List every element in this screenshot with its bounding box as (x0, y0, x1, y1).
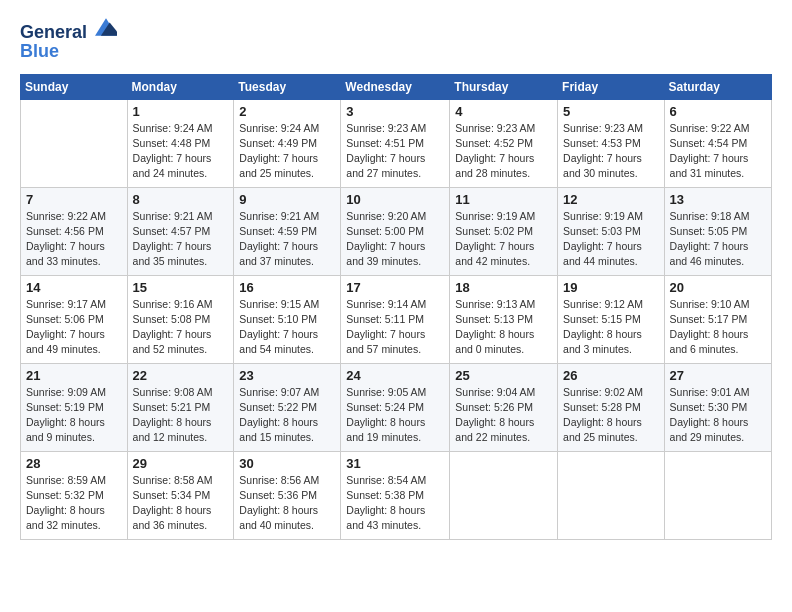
day-number: 7 (26, 192, 122, 207)
calendar-cell: 20Sunrise: 9:10 AMSunset: 5:17 PMDayligh… (664, 275, 771, 363)
day-info: Sunrise: 8:58 AMSunset: 5:34 PMDaylight:… (133, 473, 229, 534)
calendar-week-row: 21Sunrise: 9:09 AMSunset: 5:19 PMDayligh… (21, 363, 772, 451)
weekday-header: Monday (127, 74, 234, 99)
day-number: 16 (239, 280, 335, 295)
calendar-cell (450, 451, 558, 539)
calendar-table: SundayMondayTuesdayWednesdayThursdayFrid… (20, 74, 772, 540)
day-info: Sunrise: 9:22 AMSunset: 4:54 PMDaylight:… (670, 121, 766, 182)
day-info: Sunrise: 9:12 AMSunset: 5:15 PMDaylight:… (563, 297, 659, 358)
calendar-cell: 9Sunrise: 9:21 AMSunset: 4:59 PMDaylight… (234, 187, 341, 275)
weekday-header: Friday (558, 74, 665, 99)
day-number: 14 (26, 280, 122, 295)
day-info: Sunrise: 9:18 AMSunset: 5:05 PMDaylight:… (670, 209, 766, 270)
calendar-cell: 21Sunrise: 9:09 AMSunset: 5:19 PMDayligh… (21, 363, 128, 451)
day-number: 10 (346, 192, 444, 207)
calendar-cell: 30Sunrise: 8:56 AMSunset: 5:36 PMDayligh… (234, 451, 341, 539)
day-info: Sunrise: 9:05 AMSunset: 5:24 PMDaylight:… (346, 385, 444, 446)
day-number: 26 (563, 368, 659, 383)
day-info: Sunrise: 9:14 AMSunset: 5:11 PMDaylight:… (346, 297, 444, 358)
calendar-cell: 28Sunrise: 8:59 AMSunset: 5:32 PMDayligh… (21, 451, 128, 539)
day-number: 6 (670, 104, 766, 119)
weekday-header: Saturday (664, 74, 771, 99)
day-number: 30 (239, 456, 335, 471)
day-number: 29 (133, 456, 229, 471)
calendar-cell: 18Sunrise: 9:13 AMSunset: 5:13 PMDayligh… (450, 275, 558, 363)
day-number: 11 (455, 192, 552, 207)
weekday-header: Tuesday (234, 74, 341, 99)
day-info: Sunrise: 9:23 AMSunset: 4:53 PMDaylight:… (563, 121, 659, 182)
calendar-week-row: 28Sunrise: 8:59 AMSunset: 5:32 PMDayligh… (21, 451, 772, 539)
day-number: 25 (455, 368, 552, 383)
calendar-cell: 10Sunrise: 9:20 AMSunset: 5:00 PMDayligh… (341, 187, 450, 275)
day-info: Sunrise: 9:19 AMSunset: 5:03 PMDaylight:… (563, 209, 659, 270)
day-number: 4 (455, 104, 552, 119)
page: General Blue SundayMondayTuesdayWednesda… (0, 0, 792, 612)
logo-blue: Blue (20, 41, 117, 62)
day-info: Sunrise: 9:17 AMSunset: 5:06 PMDaylight:… (26, 297, 122, 358)
calendar-cell: 11Sunrise: 9:19 AMSunset: 5:02 PMDayligh… (450, 187, 558, 275)
calendar-cell: 17Sunrise: 9:14 AMSunset: 5:11 PMDayligh… (341, 275, 450, 363)
day-number: 20 (670, 280, 766, 295)
logo-text: General (20, 16, 117, 43)
weekday-header: Sunday (21, 74, 128, 99)
day-number: 24 (346, 368, 444, 383)
day-number: 18 (455, 280, 552, 295)
day-number: 22 (133, 368, 229, 383)
calendar-cell (664, 451, 771, 539)
day-info: Sunrise: 9:15 AMSunset: 5:10 PMDaylight:… (239, 297, 335, 358)
logo-icon (95, 16, 117, 38)
day-info: Sunrise: 9:10 AMSunset: 5:17 PMDaylight:… (670, 297, 766, 358)
calendar-cell: 14Sunrise: 9:17 AMSunset: 5:06 PMDayligh… (21, 275, 128, 363)
day-info: Sunrise: 9:19 AMSunset: 5:02 PMDaylight:… (455, 209, 552, 270)
calendar-week-row: 7Sunrise: 9:22 AMSunset: 4:56 PMDaylight… (21, 187, 772, 275)
calendar-cell: 8Sunrise: 9:21 AMSunset: 4:57 PMDaylight… (127, 187, 234, 275)
day-number: 3 (346, 104, 444, 119)
day-info: Sunrise: 9:02 AMSunset: 5:28 PMDaylight:… (563, 385, 659, 446)
calendar-cell: 22Sunrise: 9:08 AMSunset: 5:21 PMDayligh… (127, 363, 234, 451)
day-number: 17 (346, 280, 444, 295)
day-number: 9 (239, 192, 335, 207)
day-number: 5 (563, 104, 659, 119)
day-info: Sunrise: 9:24 AMSunset: 4:48 PMDaylight:… (133, 121, 229, 182)
calendar-cell: 5Sunrise: 9:23 AMSunset: 4:53 PMDaylight… (558, 99, 665, 187)
day-info: Sunrise: 8:56 AMSunset: 5:36 PMDaylight:… (239, 473, 335, 534)
day-info: Sunrise: 9:08 AMSunset: 5:21 PMDaylight:… (133, 385, 229, 446)
calendar-cell: 12Sunrise: 9:19 AMSunset: 5:03 PMDayligh… (558, 187, 665, 275)
logo: General Blue (20, 16, 117, 62)
day-info: Sunrise: 9:24 AMSunset: 4:49 PMDaylight:… (239, 121, 335, 182)
calendar-week-row: 14Sunrise: 9:17 AMSunset: 5:06 PMDayligh… (21, 275, 772, 363)
day-info: Sunrise: 9:21 AMSunset: 4:57 PMDaylight:… (133, 209, 229, 270)
calendar-header-row: SundayMondayTuesdayWednesdayThursdayFrid… (21, 74, 772, 99)
day-number: 12 (563, 192, 659, 207)
calendar-cell (21, 99, 128, 187)
calendar-cell: 3Sunrise: 9:23 AMSunset: 4:51 PMDaylight… (341, 99, 450, 187)
day-info: Sunrise: 9:04 AMSunset: 5:26 PMDaylight:… (455, 385, 552, 446)
day-info: Sunrise: 9:23 AMSunset: 4:52 PMDaylight:… (455, 121, 552, 182)
day-info: Sunrise: 9:01 AMSunset: 5:30 PMDaylight:… (670, 385, 766, 446)
day-info: Sunrise: 8:54 AMSunset: 5:38 PMDaylight:… (346, 473, 444, 534)
calendar-cell: 4Sunrise: 9:23 AMSunset: 4:52 PMDaylight… (450, 99, 558, 187)
header: General Blue (20, 16, 772, 62)
calendar-cell: 16Sunrise: 9:15 AMSunset: 5:10 PMDayligh… (234, 275, 341, 363)
calendar-cell: 29Sunrise: 8:58 AMSunset: 5:34 PMDayligh… (127, 451, 234, 539)
day-number: 1 (133, 104, 229, 119)
day-info: Sunrise: 9:16 AMSunset: 5:08 PMDaylight:… (133, 297, 229, 358)
calendar-cell (558, 451, 665, 539)
day-info: Sunrise: 9:23 AMSunset: 4:51 PMDaylight:… (346, 121, 444, 182)
day-number: 2 (239, 104, 335, 119)
calendar-cell: 31Sunrise: 8:54 AMSunset: 5:38 PMDayligh… (341, 451, 450, 539)
calendar-week-row: 1Sunrise: 9:24 AMSunset: 4:48 PMDaylight… (21, 99, 772, 187)
day-number: 31 (346, 456, 444, 471)
calendar-cell: 15Sunrise: 9:16 AMSunset: 5:08 PMDayligh… (127, 275, 234, 363)
day-info: Sunrise: 9:22 AMSunset: 4:56 PMDaylight:… (26, 209, 122, 270)
calendar-cell: 27Sunrise: 9:01 AMSunset: 5:30 PMDayligh… (664, 363, 771, 451)
calendar-cell: 24Sunrise: 9:05 AMSunset: 5:24 PMDayligh… (341, 363, 450, 451)
day-info: Sunrise: 9:07 AMSunset: 5:22 PMDaylight:… (239, 385, 335, 446)
calendar-cell: 19Sunrise: 9:12 AMSunset: 5:15 PMDayligh… (558, 275, 665, 363)
weekday-header: Thursday (450, 74, 558, 99)
calendar-cell: 1Sunrise: 9:24 AMSunset: 4:48 PMDaylight… (127, 99, 234, 187)
day-number: 13 (670, 192, 766, 207)
calendar-cell: 13Sunrise: 9:18 AMSunset: 5:05 PMDayligh… (664, 187, 771, 275)
day-info: Sunrise: 9:21 AMSunset: 4:59 PMDaylight:… (239, 209, 335, 270)
day-number: 21 (26, 368, 122, 383)
